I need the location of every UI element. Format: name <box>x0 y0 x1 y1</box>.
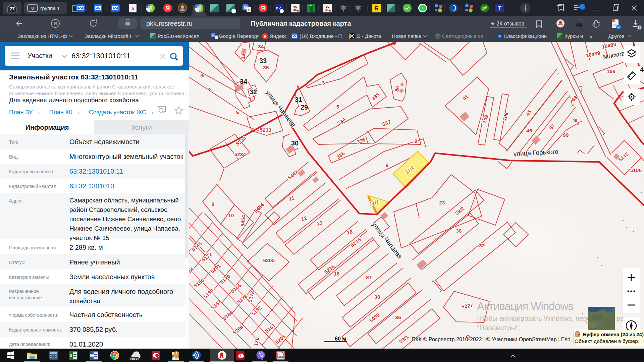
svg-text:Google Переводч: Google Переводч <box>219 33 260 39</box>
svg-text:46: 46 <box>526 128 532 133</box>
svg-text:4: 4 <box>640 66 644 73</box>
svg-text:Классификационн: Классификационн <box>504 33 547 39</box>
svg-text:19: 19 <box>637 26 641 29</box>
svg-text:29: 29 <box>301 104 308 111</box>
svg-text:О - Дакота: О - Дакота <box>357 33 381 39</box>
svg-text:38: 38 <box>374 294 380 300</box>
svg-text:文: 文 <box>247 8 251 11</box>
svg-text:32: 32 <box>479 243 485 248</box>
svg-text:10: 10 <box>228 213 234 218</box>
svg-text:Я: Я <box>54 21 57 26</box>
svg-text:106: 106 <box>607 68 615 74</box>
svg-text:63:32:1301010:11: 63:32:1301010:11 <box>71 52 130 60</box>
svg-text:pkk.rosreestr.ru: pkk.rosreestr.ru <box>146 20 193 27</box>
svg-text:31: 31 <box>295 96 302 103</box>
svg-text:30: 30 <box>456 228 462 234</box>
svg-text:99: 99 <box>563 132 569 138</box>
svg-text:34: 34 <box>240 78 248 85</box>
svg-text:PDF24: PDF24 <box>130 357 139 360</box>
svg-text:86: 86 <box>394 85 400 92</box>
svg-text:34: 34 <box>258 44 264 49</box>
svg-text:.ru: .ru <box>325 8 330 12</box>
svg-text:5233: 5233 <box>260 127 272 133</box>
svg-text:18: 18 <box>334 271 339 277</box>
svg-text:Закладки из HTML-ф: Закладки из HTML-ф <box>18 33 67 39</box>
svg-text:РосБизнесКонсал: РосБизнесКонсал <box>158 33 199 39</box>
svg-text:A: A <box>131 7 134 11</box>
svg-text:Курсы н: Курсы н <box>565 33 583 39</box>
svg-text:36: 36 <box>395 314 401 320</box>
svg-text:Новая папка: Новая папка <box>392 33 421 39</box>
svg-text:T: T <box>498 6 501 11</box>
svg-text:33: 33 <box>259 57 267 64</box>
svg-text:9: 9 <box>415 138 418 144</box>
svg-text:Яндекс: Яндекс <box>270 33 287 39</box>
svg-text:★: ★ <box>490 21 495 26</box>
svg-text:Я: Я <box>264 34 267 39</box>
svg-text:9: 9 <box>577 122 579 126</box>
svg-text:Светодиодные св: Светодиодные св <box>442 33 483 39</box>
svg-text:»: » <box>590 34 592 39</box>
svg-text:W: W <box>90 353 94 358</box>
svg-text:2: 2 <box>175 352 177 356</box>
svg-text:Я: Я <box>166 5 170 11</box>
svg-text:2К отзывов: 2К отзывов <box>496 21 524 26</box>
svg-text:35: 35 <box>263 65 269 70</box>
svg-text:5: 5 <box>336 104 339 110</box>
svg-text:Участки: Участки <box>28 52 52 59</box>
svg-text:Публичная кадастровая карта: Публичная кадастровая карта <box>251 20 351 27</box>
svg-text:(16) Входящие - П: (16) Входящие - П <box>300 33 342 39</box>
svg-text:6205: 6205 <box>263 257 275 263</box>
svg-text:G: G <box>212 34 214 37</box>
svg-text:Б: Б <box>374 5 378 12</box>
svg-text:9: 9 <box>386 162 389 168</box>
svg-text:5454: 5454 <box>240 215 247 227</box>
svg-text:1: 1 <box>422 6 424 10</box>
svg-text:9: 9 <box>212 201 215 207</box>
svg-text:Я: Я <box>261 5 265 11</box>
svg-text:.ru: .ru <box>293 8 298 12</box>
svg-text:5234: 5234 <box>234 152 246 157</box>
svg-text:23: 23 <box>439 200 445 205</box>
svg-text:87: 87 <box>366 275 372 280</box>
svg-text:5100: 5100 <box>630 167 642 173</box>
svg-text:Закладки Microsoft I: Закладки Microsoft I <box>85 33 131 39</box>
svg-text:46: 46 <box>572 118 577 123</box>
svg-text:X: X <box>69 353 73 358</box>
svg-text:32: 32 <box>250 88 257 96</box>
svg-text:30: 30 <box>291 139 299 147</box>
svg-text:Другое: Другое <box>608 33 625 39</box>
